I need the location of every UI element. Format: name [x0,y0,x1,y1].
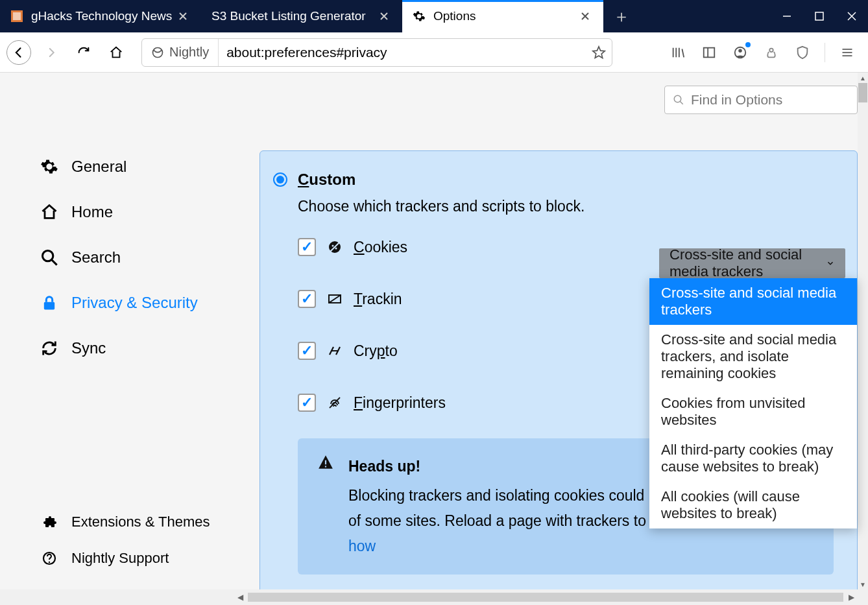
tracking-icon [326,291,343,307]
sidebar-item-search[interactable]: Search [39,235,247,280]
separator [825,43,825,62]
tab-options[interactable]: Options [402,0,603,32]
nav-toolbar: Nightly about:preferences#privacy [0,32,868,73]
tab-s3[interactable]: S3 Bucket Listing Generator [201,0,402,32]
category-sidebar: General Home Search Privacy & Security S… [39,144,247,371]
svg-point-19 [49,562,50,563]
close-icon[interactable] [376,8,392,24]
warning-icon [317,454,334,559]
sidebar-label: General [71,158,127,176]
reload-button[interactable] [71,40,96,65]
address-bar[interactable]: Nightly about:preferences#privacy [141,38,612,67]
search-icon [673,94,684,106]
puzzle-icon [39,512,60,532]
svg-line-25 [329,295,341,303]
find-in-options[interactable]: Find in Options [664,86,858,114]
tab-title: gHacks Technology News [31,9,172,23]
sidebar-item-privacy[interactable]: Privacy & Security [39,280,247,326]
shield-icon[interactable] [793,43,812,62]
checkbox-cookies[interactable]: ✓ [298,238,316,256]
svg-rect-3 [815,12,823,20]
custom-description: Choose which trackers and scripts to blo… [298,198,834,215]
sidebar-item-sync[interactable]: Sync [39,326,247,371]
library-icon[interactable] [669,43,687,62]
scroll-up-arrow[interactable]: ▲ [858,73,868,83]
sidebar-label: Privacy & Security [71,294,198,312]
svg-point-13 [674,95,681,102]
scroll-thumb[interactable] [858,83,867,102]
gear-icon [39,156,60,177]
preferences-page: Find in Options General Home Search Priv… [0,73,858,589]
dropdown-option[interactable]: All third-party cookies (may cause websi… [649,435,857,482]
cookies-select[interactable]: Cross-site and social media trackers [659,248,845,278]
firefox-icon [151,46,164,59]
search-icon [39,247,60,268]
window-controls [771,0,868,32]
sidebar-item-home[interactable]: Home [39,189,247,235]
gear-icon [413,10,426,23]
radio-selected-icon[interactable] [273,172,287,187]
sidebar-label: Nightly Support [71,550,169,567]
tab-title: Options [433,9,476,23]
select-value: Cross-site and social media trackers [669,246,826,280]
tab-ghacks[interactable]: gHacks Technology News [0,0,201,32]
identity-box[interactable]: Nightly [142,39,219,66]
sidebar-label: Extensions & Themes [71,514,210,530]
sidebar-item-support[interactable]: Nightly Support [39,540,210,576]
extension-icon[interactable] [762,43,780,62]
tab-bar: gHacks Technology News S3 Bucket Listing… [0,0,868,32]
menu-button[interactable] [838,43,856,62]
svg-rect-5 [704,47,715,57]
svg-line-14 [680,101,683,104]
sidebar-icon[interactable] [700,43,718,62]
back-button[interactable] [6,40,31,65]
cookies-dropdown: Cross-site and social media trackers Cro… [649,278,857,528]
sidebar-bottom: Extensions & Themes Nightly Support [39,504,210,576]
new-tab-button[interactable]: ＋ [609,0,634,32]
dropdown-option[interactable]: Cross-site and social media trackers, an… [649,325,857,388]
row-label: Crypto [354,342,398,360]
svg-rect-28 [325,460,326,465]
close-icon[interactable] [577,8,593,24]
svg-rect-1 [13,12,21,20]
home-button[interactable] [104,40,128,65]
checkbox-fingerprinters[interactable]: ✓ [298,394,316,412]
url-text[interactable]: about:preferences#privacy [219,45,586,60]
sidebar-label: Home [71,203,113,221]
crypto-icon [326,342,343,359]
bookmark-star-icon[interactable] [586,45,612,60]
custom-radio-row[interactable]: Custom [273,171,834,189]
scroll-right-arrow[interactable]: ▶ [845,593,858,602]
vertical-scrollbar[interactable]: ▲ ▼ [858,73,868,589]
sidebar-item-general[interactable]: General [39,144,247,189]
minimize-button[interactable] [771,0,803,32]
scroll-track[interactable] [248,593,843,602]
scroll-left-arrow[interactable]: ◀ [234,593,247,602]
sidebar-item-extensions[interactable]: Extensions & Themes [39,504,210,540]
row-label: Fingerprinters [354,394,446,412]
maximize-button[interactable] [803,0,836,32]
svg-point-21 [332,245,334,247]
dropdown-option[interactable]: All cookies (will cause websites to brea… [649,482,857,528]
svg-rect-29 [325,466,326,467]
checkbox-tracking[interactable]: ✓ [298,290,316,308]
horizontal-scrollbar[interactable]: ◀ ▶ [234,589,858,605]
cookie-blocked-icon [326,239,343,255]
checkbox-crypto[interactable]: ✓ [298,342,316,360]
dropdown-option[interactable]: Cross-site and social media trackers [649,278,857,325]
svg-rect-17 [44,302,54,310]
sidebar-label: Search [71,248,121,267]
scroll-down-arrow[interactable]: ▼ [858,579,868,589]
sync-icon [39,338,60,359]
close-icon[interactable] [175,8,191,24]
custom-title: Custom [298,171,356,189]
help-icon [39,548,60,569]
fingerprint-icon [326,394,343,411]
forward-button[interactable] [39,40,64,65]
close-window-button[interactable] [836,0,868,32]
account-icon[interactable] [731,43,749,62]
favicon-ghacks [10,10,23,23]
row-label: Trackin [354,291,402,308]
svg-point-9 [769,48,773,52]
dropdown-option[interactable]: Cookies from unvisited websites [649,388,857,435]
